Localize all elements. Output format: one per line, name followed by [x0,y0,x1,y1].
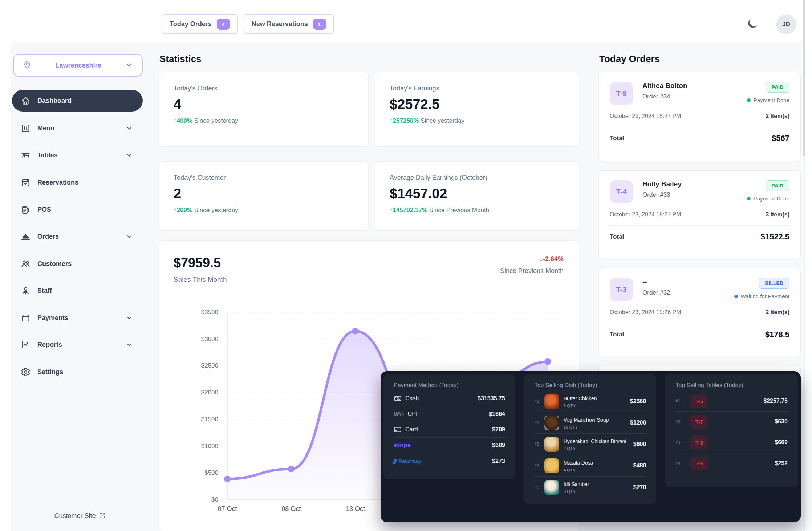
table-icon [21,150,31,160]
chevron-down-icon [125,232,133,240]
table-chip: T-9 [610,82,633,105]
stat-label: Average Daily Earnings (October) [390,174,564,182]
sidebar-item-label: Settings [37,368,63,376]
order-date: October 23, 2024 15:27 PM [610,113,681,119]
sidebar-item-menu[interactable]: Menu [12,117,143,139]
x-tick-label: 13 Oct [346,505,365,513]
statistics-heading: Statistics [159,53,202,65]
stat-delta: ↑400% Since yesterday [174,117,354,125]
insights-overlay: Payment Method (Today) Cash $31535.75 UP… [381,371,801,522]
order-items-count: 2 Item(s) [766,113,789,119]
sales-chart-header: $7959.5 Sales This Month ↓-2.64% Since P… [159,241,579,284]
page-scrollbar[interactable] [803,0,805,531]
stat-value: 4 [174,97,354,112]
payment-method-label: Cash [405,395,419,402]
stat-delta: ↑145702.17% Since Previous Month [390,207,564,214]
chart-line-icon [21,340,31,350]
table-row: #2 T-7 $630 [675,412,788,432]
rank-label: #5 [535,485,544,490]
dish-row: #5 Idli Sambar3 QTY $270 [535,477,646,498]
dark-mode-toggle[interactable] [745,17,760,31]
dish-photo [544,458,559,473]
payment-row: Card $709 [394,422,505,438]
today-orders-heading: Today Orders [599,53,660,65]
external-link-icon [96,512,106,519]
stat-delta: ↑257250% Since yesterday [390,117,564,125]
sidebar-item-reservations[interactable]: Reservations [12,171,143,193]
dish-photo [544,416,559,430]
up-arrow-icon: ↑ [174,117,177,124]
table-row: #4 T-6 $252 [675,453,788,474]
payment-amount: $273 [492,458,505,465]
y-tick-label: $3500 [159,308,218,316]
table-amount: $252 [775,460,788,467]
upi-logo: UPI» [394,412,404,417]
sidebar-item-pos[interactable]: POS [12,199,143,220]
new-reservations-count-badge: 1 [313,19,326,30]
stat-card-todays-orders: Today's Orders 4 ↑400% Since yesterday [159,72,369,147]
chevron-down-icon [125,60,133,70]
sidebar-item-tables[interactable]: Tables [12,144,143,166]
dish-name: Butter Chicken [564,396,597,401]
moon-icon [746,25,759,31]
payment-method-label: UPI [408,411,418,417]
table-row: #3 T-8 $609 [675,432,788,453]
up-arrow-icon: ↑ [390,117,393,124]
today-orders-button[interactable]: Today Orders 4 [162,14,238,34]
user-avatar[interactable]: JD [776,15,796,34]
sidebar-item-reports[interactable]: Reports [12,334,143,356]
customer-name: Althea Bolton [642,82,687,90]
sidebar-item-payments[interactable]: Payments [12,307,143,329]
order-card[interactable]: T-4 Holly Bailey Order #33 PAID Payment … [598,170,801,259]
stat-label: Today's Orders [174,85,354,92]
y-tick-label: $1000 [159,442,218,450]
sidebar-item-label: Reports [37,341,62,349]
sidebar-item-label: Customers [37,260,72,268]
dish-qty: 10 QTY [564,425,609,429]
up-arrow-icon: ↑ [390,207,393,214]
sidebar-item-label: Orders [37,233,59,240]
table-row: #1 T-5 $2257.75 [675,391,788,412]
top-selling-tables-panel: Top Selling Tables (Today) #1 T-5 $2257.… [665,374,798,487]
wallet-icon [21,313,31,323]
down-arrow-icon: ↓ [540,255,543,263]
sidebar-item-staff[interactable]: Staff [12,280,143,301]
order-card[interactable]: T-3 -- Order #32 BILLED Waiting for Paym… [598,268,801,357]
customer-site-label: Customer Site [54,512,96,519]
location-selector[interactable]: Lawrenceshire [13,54,143,77]
today-orders-button-label: Today Orders [170,20,212,28]
calendar-check-icon [21,178,31,187]
table-amount: $609 [775,439,788,446]
users-icon [21,259,31,269]
topbar-shortcuts: Today Orders 4 New Reservations 1 [162,14,334,34]
table-chip: T-6 [690,457,708,470]
dish-photo [544,480,559,495]
chevron-down-icon [125,314,133,322]
new-reservations-button[interactable]: New Reservations 1 [244,14,334,34]
customer-site-link[interactable]: Customer Site [11,512,149,520]
divider [610,225,789,226]
sidebar-item-customers[interactable]: Customers [12,253,143,275]
total-value: $1522.5 [760,232,789,242]
pos-terminal-icon [21,205,31,215]
sidebar-item-settings[interactable]: Settings [12,361,143,383]
payment-row: Razorpay $273 [394,453,505,469]
table-amount: $630 [775,418,788,425]
dish-name: Hyderabadi Chicken Biryani [564,438,626,444]
gear-icon [21,367,31,377]
sidebar-item-label: Dashboard [37,97,72,105]
stat-label: Today's Earnings [390,85,564,92]
map-pin-icon [23,60,32,71]
order-number: Order #33 [642,191,682,199]
sidebar-item-label: Tables [37,151,58,159]
top-selling-dish-panel: Top Selling Dish (Today) #1 Butter Chick… [524,374,657,504]
scrollbar-thumb[interactable] [803,0,805,156]
payment-amount: $1664 [489,411,505,417]
table-chip: T-8 [690,435,708,449]
sidebar-item-dashboard[interactable]: Dashboard [12,90,143,112]
sidebar-item-label: Payments [37,314,68,322]
y-tick-label: $3000 [159,335,218,343]
order-card[interactable]: T-9 Althea Bolton Order #34 PAID Payment… [598,72,801,161]
sidebar-item-orders[interactable]: Orders [12,226,143,247]
menu-book-icon [21,123,31,133]
